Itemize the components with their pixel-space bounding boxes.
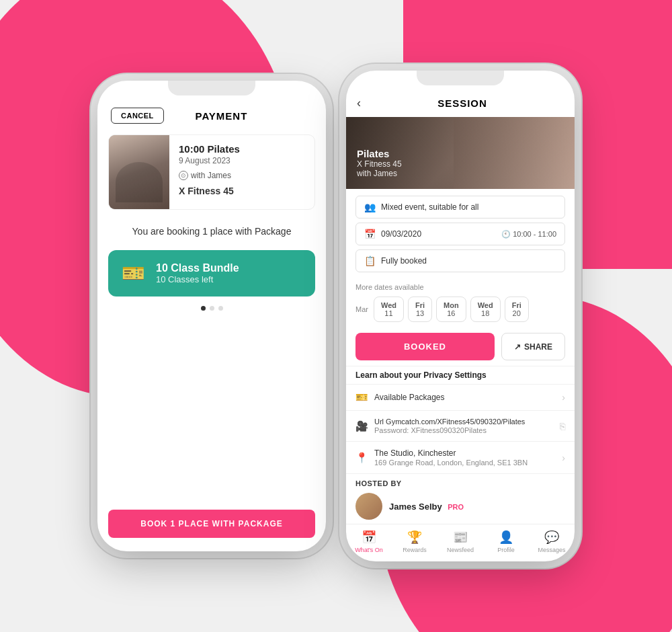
carousel-dots [97, 306, 326, 311]
detail-event-type: 👥 Mixed event, suitable for all [355, 196, 565, 219]
packages-icon: 🎫 [355, 391, 374, 403]
date-chip-1[interactable]: Wed 11 [374, 297, 404, 322]
dot-3 [218, 306, 223, 311]
banner-gym: X Fitness 45 [357, 159, 402, 169]
payment-title: PAYMENT [164, 110, 279, 122]
right-screen: ‹ SESSION Pilates X Fitness 45 with Jame… [346, 71, 575, 561]
left-header: CANCEL PAYMENT [97, 101, 326, 134]
host-info: James Selby PRO [389, 500, 464, 512]
rewards-icon: 🏆 [407, 530, 422, 545]
clipboard-icon: 📋 [364, 255, 376, 266]
detail-booking-status: 📋 Fully booked [355, 249, 565, 272]
phones-container: CANCEL PAYMENT 10:00 Pilates 9 August 20… [97, 71, 575, 561]
bundle-text: 10 Class Bundle 10 Classes left [156, 262, 239, 284]
hosted-label: HOSTED BY [355, 479, 565, 487]
profile-icon: 👤 [499, 530, 513, 545]
bundle-subtitle: 10 Classes left [156, 274, 239, 284]
date-chip-3[interactable]: Mon 16 [436, 297, 466, 322]
action-row: BOOKED ↗ SHARE [346, 327, 575, 366]
session-banner: Pilates X Fitness 45 with James [346, 117, 575, 189]
whats-on-icon: 📅 [362, 530, 376, 545]
pro-badge: PRO [448, 503, 464, 511]
nav-whats-on[interactable]: 📅 What's On [346, 530, 392, 553]
more-dates-label: More dates available [355, 283, 565, 291]
newsfeed-icon: 📰 [453, 530, 468, 545]
booking-status-text: Fully booked [381, 256, 427, 266]
nav-messages[interactable]: 💬 Messages [529, 530, 575, 553]
packages-text: Available Packages [374, 393, 562, 402]
host-avatar [355, 493, 382, 520]
phone-left-notch [168, 81, 255, 95]
share-button[interactable]: ↗ SHARE [501, 333, 565, 360]
nav-profile[interactable]: 👤 Profile [483, 530, 529, 553]
privacy-section: Learn about your Privacy Settings [346, 366, 575, 384]
list-item-url: 🎥 Url Gymcatch.com/XFitness45/090320/Pil… [346, 410, 575, 441]
date-chip-5[interactable]: Fri 20 [505, 297, 529, 322]
date-chip-4[interactable]: Wed 18 [470, 297, 501, 322]
time-text: 🕙 10:00 - 11:00 [501, 230, 556, 239]
chevron-icon: › [562, 392, 565, 403]
dot-1 [201, 306, 206, 311]
people-icon: 👥 [364, 202, 376, 212]
phone-left: CANCEL PAYMENT 10:00 Pilates 9 August 20… [97, 81, 326, 551]
month-label: Mar [355, 305, 368, 313]
dates-row: Mar Wed 11 Fri 13 Mon 16 Wed [355, 297, 565, 322]
nav-newsfeed[interactable]: 📰 Newsfeed [437, 530, 483, 553]
class-card: 10:00 Pilates 9 August 2023 ⊙ with James… [108, 134, 315, 210]
list-item-location[interactable]: 📍 The Studio, Kinchester 169 Grange Road… [346, 441, 575, 473]
messages-icon: 💬 [544, 530, 559, 545]
booked-button[interactable]: BOOKED [355, 333, 495, 360]
bundle-title: 10 Class Bundle [156, 262, 239, 274]
bundle-card[interactable]: 🎫 10 Class Bundle 10 Classes left [108, 250, 315, 297]
url-text: Url Gymcatch.com/XFitness45/090320/Pilat… [374, 418, 560, 434]
right-header: ‹ SESSION [346, 91, 575, 117]
host-name: James Selby [389, 502, 442, 512]
date-chip-2[interactable]: Fri 13 [408, 297, 432, 322]
class-info: 10:00 Pilates 9 August 2023 ⊙ with James… [169, 135, 314, 209]
booking-text: You are booking 1 place with Package [111, 226, 312, 237]
location-icon: 📍 [355, 452, 374, 464]
host-row: James Selby PRO [355, 493, 565, 520]
privacy-text: Learn about your Privacy Settings [355, 370, 487, 380]
share-icon: ↗ [514, 342, 521, 352]
copy-icon[interactable]: ⎘ [560, 421, 565, 432]
class-gym: X Fitness 45 [179, 186, 305, 196]
class-img-figure [109, 135, 169, 209]
banner-class-name: Pilates [357, 148, 402, 159]
class-date: 9 August 2023 [179, 156, 305, 165]
event-type-text: Mixed event, suitable for all [381, 202, 478, 212]
session-details: 👥 Mixed event, suitable for all 📅 09/03/… [346, 189, 575, 283]
phone-right-notch [417, 71, 504, 85]
more-dates-section: More dates available Mar Wed 11 Fri 13 M… [346, 283, 575, 327]
banner-text: Pilates X Fitness 45 with James [357, 148, 402, 178]
class-name: 10:00 Pilates [179, 143, 305, 155]
dot-2 [210, 306, 214, 311]
detail-date: 📅 09/03/2020 🕙 10:00 - 11:00 [355, 223, 565, 245]
book-button[interactable]: BOOK 1 PLACE WITH PACKAGE [108, 510, 315, 538]
bottom-nav: 📅 What's On 🏆 Rewards 📰 Newsfeed 👤 Profi… [346, 524, 575, 561]
left-screen: CANCEL PAYMENT 10:00 Pilates 9 August 20… [97, 81, 326, 551]
location-text: The Studio, Kinchester 169 Grange Road, … [374, 448, 562, 467]
hosted-section: HOSTED BY James Selby PRO [346, 473, 575, 524]
location-chevron-icon: › [562, 452, 565, 463]
class-trainer: ⊙ with James [179, 171, 305, 180]
date-text: 09/03/2020 [381, 229, 421, 239]
class-image [109, 135, 169, 209]
trainer-icon: ⊙ [179, 171, 188, 180]
session-title: SESSION [361, 97, 564, 109]
banner-trainer: with James [357, 169, 402, 178]
phone-right: ‹ SESSION Pilates X Fitness 45 with Jame… [346, 71, 575, 561]
calendar-icon: 📅 [364, 229, 376, 239]
nav-rewards[interactable]: 🏆 Rewards [392, 530, 437, 553]
video-icon: 🎥 [355, 420, 374, 432]
bundle-icon: 🎫 [122, 262, 145, 284]
list-item-packages[interactable]: 🎫 Available Packages › [346, 384, 575, 410]
cancel-button[interactable]: CANCEL [111, 108, 164, 124]
